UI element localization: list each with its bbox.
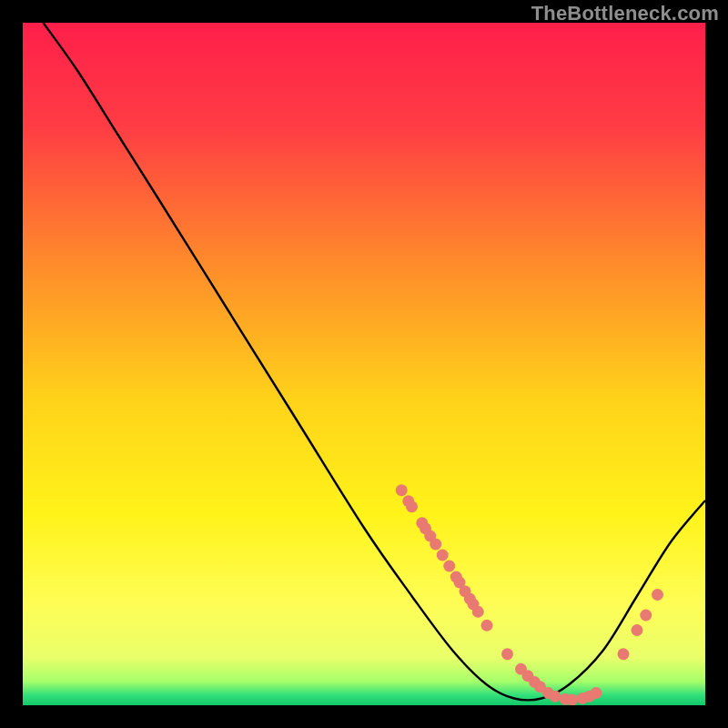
gradient-background bbox=[23, 23, 705, 705]
data-point bbox=[566, 694, 578, 706]
data-point bbox=[406, 500, 418, 512]
data-point bbox=[472, 606, 484, 618]
data-point bbox=[652, 589, 663, 601]
data-point bbox=[437, 550, 449, 561]
data-point bbox=[430, 539, 441, 551]
data-point bbox=[632, 624, 643, 636]
data-point bbox=[550, 691, 561, 703]
data-point bbox=[618, 648, 630, 660]
data-point bbox=[396, 484, 408, 496]
bottleneck-chart bbox=[23, 23, 705, 705]
data-point bbox=[443, 561, 455, 572]
data-point bbox=[591, 687, 602, 699]
chart-frame: TheBottleneck.com bbox=[0, 0, 728, 728]
data-point bbox=[640, 610, 652, 622]
data-point bbox=[501, 648, 513, 660]
data-point bbox=[481, 620, 493, 632]
